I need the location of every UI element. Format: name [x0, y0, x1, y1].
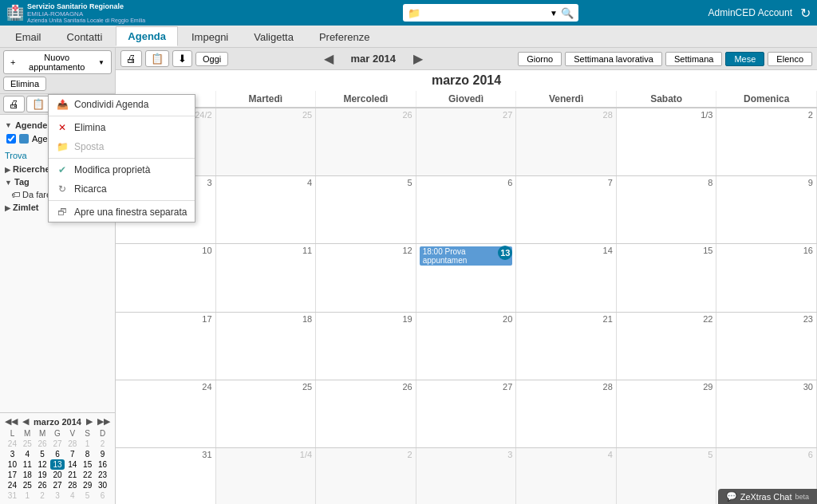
mini-day-w4-d6[interactable]: 30: [95, 480, 110, 490]
view-list-btn[interactable]: Elenco: [768, 52, 812, 66]
delete-button[interactable]: Elimina: [3, 77, 46, 91]
cal-cell-w3-d2[interactable]: 19: [316, 313, 416, 380]
mini-day-w0-d0[interactable]: 24: [5, 439, 20, 449]
ctx-delete[interactable]: ✕ Elimina: [49, 118, 195, 137]
mini-day-w5-d2[interactable]: 2: [35, 490, 50, 501]
search-icon[interactable]: 🔍: [561, 7, 574, 19]
mini-day-w1-d2[interactable]: 5: [35, 449, 50, 459]
cal-cell-w1-d1[interactable]: 4: [216, 176, 317, 243]
mini-day-w5-d6[interactable]: 6: [95, 490, 110, 501]
cal-cell-w2-d2[interactable]: 12: [316, 244, 416, 311]
cal-cell-w0-d1[interactable]: 25: [216, 108, 317, 175]
mini-day-w1-d6[interactable]: 9: [95, 449, 110, 459]
mini-day-w4-d2[interactable]: 26: [35, 480, 50, 490]
prev-month-btn[interactable]: ◀: [321, 51, 337, 66]
tab-impegni[interactable]: Impegni: [180, 27, 240, 46]
cal-cell-w5-d3[interactable]: 3: [416, 448, 517, 504]
cal-cell-w5-d2[interactable]: 2: [316, 448, 416, 504]
cal-cell-w4-d1[interactable]: 25: [216, 380, 317, 447]
mini-day-w4-d5[interactable]: 29: [80, 480, 95, 490]
mini-day-w1-d1[interactable]: 4: [20, 449, 35, 459]
search-input[interactable]: [423, 8, 550, 18]
cal-cell-w5-d1[interactable]: 1/4: [216, 448, 317, 504]
cal-cell-w2-d1[interactable]: 11: [216, 244, 317, 311]
mini-day-w3-d3[interactable]: 20: [50, 470, 65, 480]
cal-today-btn[interactable]: Oggi: [195, 52, 228, 66]
mini-day-w4-d0[interactable]: 24: [5, 480, 20, 490]
cal-cell-w5-d0[interactable]: 31: [116, 448, 216, 504]
print-icon-btn[interactable]: 🖨: [3, 96, 25, 112]
mini-day-w1-d3[interactable]: 6: [50, 449, 65, 459]
mini-day-w0-d2[interactable]: 26: [35, 439, 50, 449]
mini-day-w5-d3[interactable]: 3: [50, 490, 65, 501]
ctx-properties[interactable]: ✔ Modifica proprietà: [49, 160, 195, 179]
next-month-btn[interactable]: ▶: [410, 51, 426, 66]
mini-day-w5-d1[interactable]: 1: [20, 490, 35, 501]
tab-contatti[interactable]: Contatti: [55, 27, 115, 46]
cal-cell-w4-d2[interactable]: 26: [316, 380, 416, 447]
cal-cell-w5-d5[interactable]: 5: [617, 448, 717, 504]
cal-cell-w2-d5[interactable]: 15: [617, 244, 717, 311]
tab-agenda[interactable]: Agenda: [116, 26, 178, 46]
cal-cell-w0-d5[interactable]: 1/3: [617, 108, 717, 175]
cal-cell-w0-d6[interactable]: 2: [716, 108, 817, 175]
mini-day-w1-d4[interactable]: 7: [65, 449, 80, 459]
mini-day-w3-d5[interactable]: 22: [80, 470, 95, 480]
cal-down-btn[interactable]: ⬇: [172, 50, 192, 67]
cal-cell-w3-d4[interactable]: 21: [516, 313, 617, 380]
mini-day-w0-d1[interactable]: 25: [20, 439, 35, 449]
mini-day-w3-d0[interactable]: 17: [5, 470, 20, 480]
mini-day-w3-d1[interactable]: 18: [20, 470, 35, 480]
cal-cell-w4-d6[interactable]: 30: [716, 380, 817, 447]
mini-day-w2-d5[interactable]: 15: [80, 459, 95, 470]
mini-day-w3-d4[interactable]: 21: [65, 470, 80, 480]
tab-email[interactable]: Email: [3, 27, 53, 46]
mini-day-w1-d0[interactable]: 3: [5, 449, 20, 459]
cal-cell-w3-d5[interactable]: 22: [617, 313, 717, 380]
mini-day-w3-d2[interactable]: 19: [35, 470, 50, 480]
cal-cell-w2-d0[interactable]: 10: [116, 244, 216, 311]
cal-cell-w4-d5[interactable]: 29: [617, 380, 717, 447]
cal-cell-w1-d6[interactable]: 9: [716, 176, 817, 243]
mini-day-w5-d0[interactable]: 31: [5, 490, 20, 501]
cal-cell-w3-d6[interactable]: 23: [716, 313, 817, 380]
ctx-share[interactable]: 📤 Condividi Agenda: [49, 95, 195, 114]
cal-cell-w5-d4[interactable]: 4: [516, 448, 617, 504]
account-label[interactable]: AdminCED Account: [708, 7, 792, 18]
cal-cell-w3-d0[interactable]: 17: [116, 313, 216, 380]
agenda-checkbox[interactable]: [6, 134, 16, 144]
mini-cal-prev-prev[interactable]: ◀◀: [5, 416, 18, 427]
ctx-new-window[interactable]: 🗗 Apre una finestra separata: [49, 203, 195, 222]
cal-cell-w0-d2[interactable]: 26: [316, 108, 416, 175]
tab-valigetta[interactable]: Valigetta: [242, 27, 306, 46]
view-month-btn[interactable]: Mese: [725, 52, 764, 66]
mini-cal-prev[interactable]: ◀: [22, 416, 29, 427]
cal-cell-w4-d4[interactable]: 28: [516, 380, 617, 447]
cal-copy-btn[interactable]: 📋: [145, 50, 169, 67]
dropdown-icon[interactable]: ▼: [550, 9, 558, 18]
mini-day-w4-d4[interactable]: 28: [65, 480, 80, 490]
mini-day-w2-d4[interactable]: 14: [65, 459, 80, 470]
mini-cal-next-next[interactable]: ▶▶: [97, 416, 110, 427]
new-appointment-button[interactable]: + Nuovo appuntamento ▼: [3, 50, 112, 74]
mini-day-w5-d5[interactable]: 5: [80, 490, 95, 501]
view-day-btn[interactable]: Giorno: [518, 52, 562, 66]
mini-day-w2-d2[interactable]: 12: [35, 459, 50, 470]
mini-day-w0-d5[interactable]: 1: [80, 439, 95, 449]
mini-day-w0-d4[interactable]: 28: [65, 439, 80, 449]
zextras-chat-bar[interactable]: 💬 ZeXtras Chat beta: [718, 489, 817, 504]
mini-day-w2-d0[interactable]: 10: [5, 459, 20, 470]
tab-preferenze[interactable]: Preferenze: [307, 27, 382, 46]
cal-cell-w2-d3[interactable]: 1318:00 Prova appuntamen: [416, 244, 517, 311]
cal-cell-w1-d2[interactable]: 5: [316, 176, 416, 243]
mini-day-w2-d1[interactable]: 11: [20, 459, 35, 470]
cal-cell-w3-d3[interactable]: 20: [416, 313, 517, 380]
cal-print-btn[interactable]: 🖨: [120, 50, 142, 67]
view-workweek-btn[interactable]: Settimana lavorativa: [565, 52, 662, 66]
mini-cal-next[interactable]: ▶: [86, 416, 93, 427]
cal-cell-w2-d6[interactable]: 16: [716, 244, 817, 311]
cal-cell-w1-d3[interactable]: 6: [416, 176, 517, 243]
mini-day-w4-d1[interactable]: 25: [20, 480, 35, 490]
copy-icon-btn[interactable]: 📋: [26, 96, 50, 112]
cal-cell-w2-d4[interactable]: 14: [516, 244, 617, 311]
